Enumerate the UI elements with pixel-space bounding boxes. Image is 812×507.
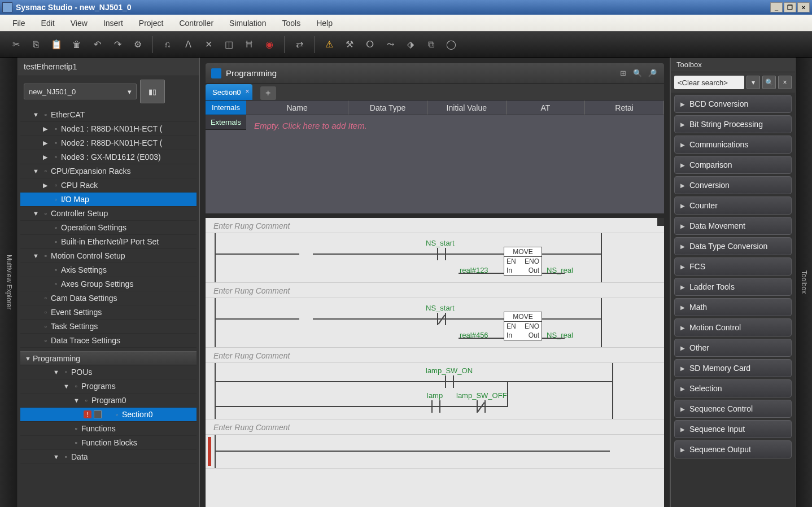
search-dropdown-button[interactable]: ▾ — [746, 76, 760, 89]
search-button[interactable]: 🔍 — [762, 76, 776, 89]
toolbox-category[interactable]: ▶Data Type Conversion — [674, 237, 792, 255]
toolbox-category[interactable]: ▶Motion Control — [674, 318, 792, 336]
sync-button[interactable]: ⇄ — [290, 36, 308, 53]
rung-comment[interactable]: Enter Rung Comment — [206, 283, 664, 298]
settings-button[interactable]: ⚙ — [129, 36, 147, 53]
tool-a-button[interactable]: ᐱ — [179, 36, 197, 53]
menu-view[interactable]: View — [63, 16, 95, 30]
no-contact[interactable] — [429, 399, 443, 414]
minimize-button[interactable]: _ — [770, 2, 783, 12]
menu-insert[interactable]: Insert — [95, 16, 131, 30]
device-view-toggle[interactable]: ▮▯ — [140, 80, 165, 103]
ladder-editor[interactable]: Enter Rung Comment NS_start real#123 MOV… — [206, 218, 664, 507]
tree-item[interactable]: ▼▫CPU/Expansion Racks — [20, 164, 197, 178]
tool-d-button[interactable]: ⚒ — [340, 36, 359, 53]
delete-button[interactable]: 🗑 — [68, 36, 86, 53]
redo-button[interactable]: ↷ — [108, 36, 126, 53]
no-contact[interactable] — [443, 374, 456, 389]
toolbox-category[interactable]: ▶FCS — [674, 257, 792, 276]
tool-e-button[interactable]: ⵔ — [361, 36, 379, 53]
rung-comment[interactable]: Enter Rung Comment — [206, 218, 664, 233]
move-block[interactable]: MOVE ENENO InOut — [504, 247, 542, 276]
ladder-rung[interactable]: lamp_SW_ON lamp lamp_SW_OFF — [206, 363, 664, 419]
tree-item[interactable]: ▼▫Programs — [20, 379, 197, 394]
tree-item[interactable]: ▼▫EtherCAT — [20, 108, 197, 122]
ladder-rung[interactable]: NS_start real#123 MOVE ENENO InOut NS_re… — [206, 233, 664, 283]
tree-item[interactable]: ▼▫POUs — [20, 365, 197, 379]
maximize-button[interactable]: ❐ — [784, 2, 796, 12]
toolbox-category[interactable]: ▶SD Memory Card — [674, 359, 792, 377]
toolbox-category[interactable]: ▶Counter — [674, 196, 792, 215]
cut-button[interactable]: ✂ — [7, 36, 25, 53]
ladder-rung[interactable]: NS_start real#456 MOVE ENENO InOut NS_re… — [206, 298, 664, 348]
tab-close-icon[interactable]: × — [246, 88, 250, 95]
toolbox-category[interactable]: ▶Bit String Processing — [674, 115, 792, 133]
tool-c-button[interactable]: ◫ — [220, 36, 238, 53]
layout-icon[interactable]: ⊞ — [617, 67, 629, 80]
tree-item[interactable]: ▶▫CPU Rack — [20, 178, 197, 193]
toolbox-category[interactable]: ▶Comparison — [674, 156, 792, 174]
toolbox-category[interactable]: ▶Selection — [674, 379, 792, 397]
refresh-button[interactable]: ◯ — [442, 36, 460, 53]
clear-search-button[interactable]: × — [778, 76, 792, 89]
undo-button[interactable]: ↶ — [88, 36, 106, 53]
tree-item[interactable]: ▫Axis Settings — [20, 263, 197, 277]
var-tab-internals[interactable]: Internals — [206, 100, 246, 115]
menu-help[interactable]: Help — [308, 16, 340, 30]
toolbox-category[interactable]: ▶Ladder Tools — [674, 278, 792, 296]
no-contact[interactable] — [435, 247, 448, 261]
tree-item[interactable]: ▫Cam Data Settings — [20, 291, 197, 305]
tree-item[interactable]: ▫Axes Group Settings — [20, 277, 197, 291]
close-button[interactable]: × — [797, 2, 810, 12]
toolbox-category[interactable]: ▶Other — [674, 339, 792, 357]
nc-contact[interactable] — [474, 399, 488, 414]
menu-edit[interactable]: Edit — [33, 16, 63, 30]
toolbox-category[interactable]: ▶Sequence Input — [674, 420, 792, 438]
warning-icon[interactable]: ⚠ — [320, 36, 338, 53]
tree-item[interactable]: ▼▫Controller Setup — [20, 207, 197, 221]
tree-item[interactable]: ▫Data Trace Settings — [20, 334, 197, 348]
tool-h-button[interactable]: ⧉ — [422, 36, 440, 53]
toolbox-category[interactable]: ▶Communications — [674, 136, 792, 154]
tree-item[interactable]: ▫Task Settings — [20, 320, 197, 334]
nc-contact[interactable] — [435, 312, 448, 326]
programming-section-header[interactable]: ▼ Programming — [20, 351, 197, 365]
zoom-out-icon[interactable]: 🔎 — [646, 67, 658, 80]
variable-empty-hint[interactable]: Empty. Click here to add Item. — [246, 115, 664, 213]
toolbox-category[interactable]: ▶Sequence Control — [674, 400, 792, 418]
new-rung[interactable] — [206, 435, 664, 469]
multiview-explorer-tab[interactable]: Multiview Explorer — [0, 58, 18, 507]
device-combobox[interactable]: new_NJ501_0 ▾ — [24, 84, 137, 99]
tree-item[interactable]: ▫Built-in EtherNet/IP Port Set — [20, 235, 197, 249]
menu-file[interactable]: File — [5, 16, 33, 30]
tree-item[interactable]: ▶▫Node2 : R88D-KN01H-ECT ( — [20, 136, 197, 150]
tool-f-button[interactable]: ⤳ — [381, 36, 399, 53]
toolbox-category[interactable]: ▶Sequence Output — [674, 440, 792, 458]
menu-simulation[interactable]: Simulation — [221, 16, 274, 30]
var-tab-externals[interactable]: Externals — [206, 115, 246, 130]
move-block[interactable]: MOVE ENENO InOut — [504, 312, 542, 340]
tree-item[interactable]: ▼▫Data — [20, 450, 197, 464]
zoom-in-icon[interactable]: 🔍 — [631, 67, 644, 80]
rung-comment[interactable]: Enter Rung Comment — [206, 419, 664, 435]
toolbox-category[interactable]: ▶BCD Conversion — [674, 95, 792, 113]
stop-button[interactable]: ◉ — [260, 36, 278, 53]
tool-b-button[interactable]: ✕ — [199, 36, 217, 53]
find-button[interactable]: Ħ — [240, 36, 258, 53]
tab-section0[interactable]: Section0 × — [206, 84, 252, 100]
tree-item[interactable]: ▼▫Motion Control Setup — [20, 249, 197, 263]
tree-item[interactable]: ▶▫Node3 : GX-MD1612 (E003) — [20, 150, 197, 164]
tree-item[interactable]: ▼▫Program0 — [20, 394, 197, 408]
toolbox-category[interactable]: ▶Data Movement — [674, 217, 792, 235]
tree-item[interactable]: ▫I/O Map — [20, 193, 197, 207]
toolbox-category[interactable]: ▶Math — [674, 298, 792, 316]
build-button[interactable]: ⎌ — [159, 36, 177, 53]
rung-comment[interactable]: Enter Rung Comment — [206, 348, 664, 363]
menu-tools[interactable]: Tools — [274, 16, 308, 30]
ladder-scrollbar[interactable] — [657, 218, 664, 226]
tree-item[interactable]: ▫Operation Settings — [20, 221, 197, 235]
paste-button[interactable]: 📋 — [47, 36, 66, 53]
toolbox-search-input[interactable]: <Clear search> — [674, 76, 744, 89]
add-tab-button[interactable]: + — [260, 86, 276, 100]
menu-controller[interactable]: Controller — [171, 16, 221, 30]
